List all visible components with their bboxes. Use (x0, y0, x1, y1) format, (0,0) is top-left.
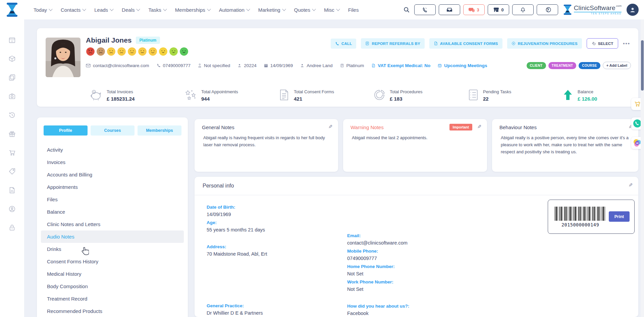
work-phone-label: Work Phone Number: (347, 279, 409, 284)
cart-icon[interactable] (8, 149, 16, 156)
age-value: 55 years 5 months 21 days (207, 227, 267, 232)
barcode (555, 207, 606, 221)
dialer-button[interactable] (414, 4, 436, 15)
available-consent-forms-button[interactable]: AVAILABLE CONSENT FORMS (429, 38, 502, 49)
chevron-down-icon (49, 7, 52, 11)
edit-pencil-icon[interactable]: ✎ (477, 124, 482, 130)
mood-face-5[interactable] (127, 47, 137, 56)
vat-exempt-link[interactable]: VAT Exempt Medical: No (371, 63, 430, 68)
profile-tabs: Profile Courses Memberships (44, 125, 181, 136)
gift-icon[interactable] (8, 130, 16, 138)
edit-pencil-icon[interactable]: ✎ (328, 124, 333, 130)
menu-item-audio-notes[interactable]: Audio Notes (41, 230, 184, 243)
duplicate-windows-icon[interactable] (8, 74, 16, 81)
search-icon[interactable] (403, 6, 410, 13)
camera-icon[interactable] (8, 93, 16, 100)
lock-icon[interactable] (8, 224, 16, 231)
tab-memberships[interactable]: Memberships (138, 125, 181, 136)
mood-face-4[interactable] (117, 47, 126, 56)
nav-tasks[interactable]: Tasks (148, 7, 166, 13)
chevron-down-icon (110, 7, 113, 11)
menu-item-accounts-and-billing[interactable]: Accounts and Billing (37, 168, 188, 181)
menu-item-activity[interactable]: Activity (37, 144, 188, 156)
mood-face-2[interactable] (96, 47, 105, 56)
nav-quotes[interactable]: Quotes (294, 7, 315, 13)
mood-face-8[interactable] (159, 47, 168, 56)
home-phone-label: Home Phone Number: (347, 264, 409, 269)
inbox-button[interactable] (439, 4, 460, 15)
menu-item-files[interactable]: Files (37, 193, 188, 206)
report-chart-icon[interactable] (8, 187, 16, 194)
dob-value: 14/09/1969 (207, 212, 267, 217)
label-pill-treatment[interactable]: TREATMENT (548, 62, 577, 69)
nav-leads[interactable]: Leads (94, 7, 113, 13)
mood-face-1[interactable] (86, 47, 95, 56)
warning-notes-card: Warning Notes Important ✎ Abigail missed… (343, 119, 487, 172)
nav-automation[interactable]: Automation (219, 7, 250, 13)
store-button[interactable]: 0 (488, 4, 509, 15)
page-scrollbar (641, 19, 644, 317)
clinicsoftware-logo-icon[interactable] (6, 3, 18, 17)
notifications-button[interactable] (512, 4, 534, 15)
mood-face-7[interactable] (148, 47, 157, 56)
scrollbar-thumb[interactable] (641, 40, 644, 91)
label-pill-course[interactable]: COURSE (579, 62, 600, 69)
nav-files[interactable]: Files (348, 7, 359, 13)
label-pill-client[interactable]: CLIENT (527, 62, 546, 69)
mood-face-6[interactable] (138, 47, 147, 56)
general-notes-card: General Notes ✎ Abigail really is having… (195, 119, 338, 172)
client-phone[interactable]: 07490009777 (157, 63, 191, 68)
clinicsoftware-wordmark[interactable]: ClinicSoftware.com TEN STEPS AHEAD (563, 4, 622, 15)
select-button[interactable]: SELECT (587, 38, 618, 49)
menu-item-body-composition[interactable]: Body Composition (37, 280, 188, 293)
personal-info-col-left: Date of Birth: 14/09/1969 Age: 55 years … (207, 202, 267, 316)
menu-item-recommended-products[interactable]: Recommended Products (37, 305, 188, 317)
chevron-down-icon (282, 7, 286, 11)
menu-item-drinks[interactable]: Drinks (37, 243, 188, 255)
more-options-button[interactable]: ••• (623, 41, 630, 46)
tab-profile[interactable]: Profile (44, 125, 88, 136)
nav-memberships[interactable]: Memberships (175, 7, 210, 13)
menu-item-invoices[interactable]: Invoices (37, 156, 188, 168)
mood-face-9[interactable] (169, 47, 178, 56)
nav-marketing[interactable]: Marketing (258, 7, 285, 13)
behaviour-notes-card: Behaviour Notes ✎ Abigail really is a po… (492, 119, 638, 172)
user-avatar[interactable] (627, 4, 639, 16)
calendar-icon[interactable]: 12 (8, 36, 16, 44)
mood-face-3[interactable] (107, 47, 116, 56)
nav-deals[interactable]: Deals (122, 7, 140, 13)
upcoming-meetings-link[interactable]: 12 Upcoming Meetings (438, 63, 487, 68)
client-email[interactable]: contact@clinicsoftware.com (86, 63, 149, 68)
menu-item-medical-history[interactable]: Medical History (37, 268, 188, 280)
tab-courses[interactable]: Courses (91, 125, 135, 136)
price-tag-icon[interactable] (8, 168, 16, 175)
help-button[interactable]: ? (537, 4, 558, 15)
store-count-badge: 0 (501, 7, 504, 12)
behaviour-notes-title: Behaviour Notes (499, 124, 537, 130)
chevron-down-icon (336, 7, 340, 11)
mood-face-10[interactable] (179, 47, 189, 56)
print-barcode-button[interactable]: Print (609, 211, 630, 222)
nav-contacts[interactable]: Contacts (61, 7, 86, 13)
report-referrals-button[interactable]: REPORT REFERRALS BY (361, 38, 424, 49)
chevron-down-icon (246, 7, 250, 11)
menu-item-appointments[interactable]: Appointments (37, 181, 188, 193)
rejuvenation-procedures-button[interactable]: REJUVENATION PROCEDURES (507, 38, 582, 49)
chevron-down-icon (207, 7, 211, 11)
behaviour-notes-body: Abigail really is a positive person, eve… (501, 135, 630, 155)
chat-button[interactable]: 3 (463, 4, 485, 15)
call-button[interactable]: CALL (331, 39, 356, 49)
edit-pencil-icon[interactable]: ✎ (629, 182, 633, 188)
nav-misc[interactable]: Misc (324, 7, 339, 13)
add-label-button[interactable]: + Add Label (603, 62, 631, 69)
products-cube-icon[interactable] (8, 55, 16, 62)
account-card-icon[interactable] (8, 205, 16, 213)
nav-today[interactable]: Today (34, 7, 52, 13)
menu-item-clinic-notes-and-letters[interactable]: Clinic Notes and Letters (37, 218, 188, 230)
menu-item-treatment-record[interactable]: Treatment Record (37, 293, 188, 305)
chevron-down-icon (163, 7, 167, 11)
menu-item-consent-forms-history[interactable]: Consent Forms History (37, 255, 188, 268)
history-icon[interactable] (8, 111, 16, 119)
menu-item-balance[interactable]: Balance (37, 206, 188, 218)
client-photo (46, 38, 80, 77)
